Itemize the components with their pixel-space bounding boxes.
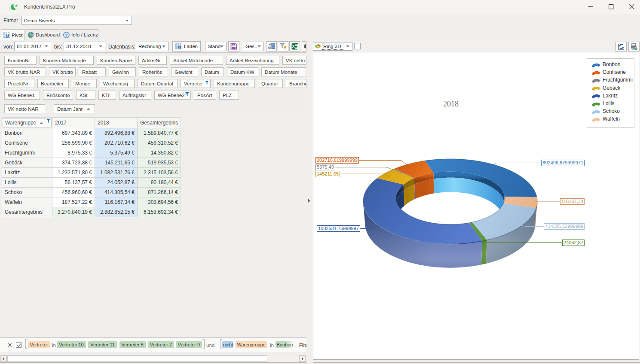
svg-text:Σ: Σ: [6, 33, 9, 38]
